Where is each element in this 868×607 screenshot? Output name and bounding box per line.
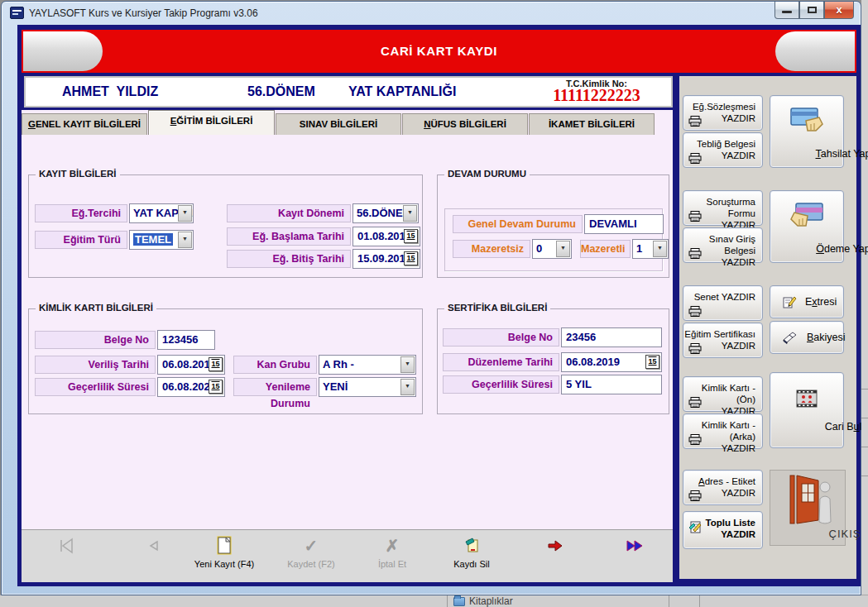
tab-egitim[interactable]: EĞİTİM BİLGİLERİ	[148, 110, 275, 135]
printer-icon	[688, 490, 702, 501]
group-title: KAYIT BİLGİLERİ	[36, 169, 120, 179]
dropdown-arrow-icon[interactable]	[653, 241, 667, 257]
gecerlilik-suresi-field[interactable]: 06.08.2023 15	[157, 377, 225, 397]
filmstrip-people-icon	[770, 390, 843, 408]
first-record-button[interactable]	[27, 534, 107, 557]
exit-door-icon	[770, 474, 845, 525]
student-name: AHMET YILDIZ	[62, 84, 158, 99]
kan-grubu-label: Kan Grubu	[233, 356, 317, 374]
print-sorusturma-formu-button[interactable]: Soruşturma Formu YAZDIR	[683, 190, 763, 226]
save-button[interactable]: ✓ Kaydet (F2)	[271, 534, 351, 569]
extresi-button[interactable]: Extresi	[770, 285, 844, 318]
printer-icon	[688, 397, 702, 408]
cancel-button[interactable]: ✗ İptal Et	[352, 534, 432, 569]
cancel-x-icon: ✗	[352, 534, 432, 557]
print-egitim-sertifikasi-button[interactable]: Eğitim Sertifikası YAZDIR	[683, 323, 763, 358]
cari-bul-button[interactable]: Cari Bul	[770, 372, 844, 448]
app-icon	[10, 7, 24, 19]
calendar-button[interactable]: 15	[404, 229, 418, 243]
maximize-button[interactable]	[799, 2, 824, 19]
exit-label: ÇIKIŞ	[808, 528, 868, 540]
minimize-button[interactable]	[774, 2, 799, 19]
duzenleme-tarihi-label: Düzenleme Tarihi	[443, 353, 559, 371]
explorer-libraries-item[interactable]: Kitaplıklar	[453, 595, 513, 607]
record-toolbar: Yeni Kayıt (F4) ✓ Kaydet (F2) ✗ İptal Et	[22, 529, 673, 582]
printer-icon	[688, 153, 702, 164]
print-adres-etiket-button[interactable]: Adres - Etiket YAZDIR	[683, 470, 763, 505]
first-record-icon	[27, 534, 107, 557]
print-sinav-giris-belgesi-button[interactable]: Sınav Giriş Belgesi YAZDIR	[683, 227, 763, 263]
dropdown-arrow-icon[interactable]	[178, 232, 192, 248]
calendar-button[interactable]: 15	[645, 355, 659, 369]
kimlik-belge-no-label: Belge No	[35, 331, 156, 349]
action-sidebar: Eğ.Sözleşmesi YAZDIR Tebliğ Belgesi YAZD…	[679, 76, 856, 579]
delete-record-button[interactable]: Kaydı Sil	[432, 534, 511, 569]
print-kimlik-arka-button[interactable]: Kimlik Kartı - (Arka) YAZDIR	[683, 413, 763, 449]
bitis-tarihi-field[interactable]: 15.09.2019 15	[352, 249, 420, 269]
genel-devam-input[interactable]: DEVAMLI	[584, 214, 664, 234]
dropdown-arrow-icon[interactable]	[556, 241, 570, 257]
tab-content-egitim: KAYIT BİLGİLERİ Eğ.Tercihi YAT KAPTANLIĞ…	[22, 135, 673, 529]
app-window: YAYLASOFT Kurs ve Kursiyer Takip Program…	[1, 1, 861, 595]
delete-record-icon	[432, 534, 511, 557]
previous-record-button[interactable]	[114, 534, 194, 557]
tahsilat-yap-button[interactable]: Tahsilat Yap	[770, 95, 844, 168]
tab-sinav[interactable]: SINAV BİLGİLERİ	[276, 113, 401, 135]
print-senet-button[interactable]: Senet YAZDIR	[683, 285, 763, 321]
print-eg-sozlesmesi-button[interactable]: Eğ.Sözleşmesi YAZDIR	[683, 95, 763, 131]
close-button[interactable]: x	[824, 2, 854, 19]
dropdown-arrow-icon[interactable]	[178, 205, 192, 222]
verilis-tarihi-field[interactable]: 06.08.2019 15	[157, 355, 225, 375]
duzenleme-tarihi-field[interactable]: 06.08.2019 15	[561, 352, 662, 372]
eg-tercihi-select[interactable]: YAT KAPTANLIĞI	[129, 203, 194, 223]
odeme-yap-button[interactable]: Ödeme Yap	[770, 190, 844, 263]
tc-id-value: 11111222223	[522, 88, 671, 103]
exit-button[interactable]: ÇIKIŞ	[770, 470, 846, 546]
printer-icon	[688, 116, 702, 127]
window-title: YAYLASOFT Kurs ve Kursiyer Takip Program…	[29, 7, 258, 19]
background-window-bottom-strip: Kitaplıklar	[0, 595, 868, 607]
dropdown-arrow-icon[interactable]	[400, 356, 415, 373]
yenileme-durumu-label: Yenileme Durumu	[233, 378, 317, 396]
egitim-turu-select[interactable]: TEMEL	[129, 230, 194, 250]
group-title: SERTİFİKA BİLGİLERİ	[444, 303, 550, 313]
record-header: AHMET YILDIZ 56.DÖNEM YAT KAPTANLIĞI T.C…	[24, 76, 673, 108]
group-title: KİMLİK KARTI BİLGİLERİ	[36, 303, 156, 313]
next-record-button[interactable]	[516, 534, 595, 557]
calendar-button[interactable]: 15	[209, 380, 223, 394]
dropdown-arrow-icon[interactable]	[403, 205, 417, 222]
folder-icon	[453, 597, 465, 606]
calendar-button[interactable]: 15	[404, 251, 418, 265]
kan-grubu-select[interactable]: A Rh -	[319, 355, 416, 375]
new-record-button[interactable]: Yeni Kayıt (F4)	[185, 534, 264, 569]
sertifika-gecerlilik-label: Geçerlilik Süresi	[443, 375, 559, 394]
tab-strip: GENEL KAYIT BİLGİLERİ EĞİTİM BİLGİLERİ S…	[22, 110, 673, 135]
group-sertifika: SERTİFİKA BİLGİLERİ Belge No 23456 Düzen…	[437, 308, 669, 414]
mazeretsiz-select[interactable]: 0	[532, 239, 572, 259]
last-record-button[interactable]	[596, 534, 675, 557]
baslama-tarihi-field[interactable]: 01.08.2019 15	[352, 227, 420, 246]
save-check-icon: ✓	[271, 534, 351, 557]
print-kimlik-on-button[interactable]: Kimlik Kartı - (Ön) YAZDIR	[683, 376, 763, 412]
book-icon	[782, 332, 798, 344]
sertifika-belge-no-input[interactable]: 23456	[561, 327, 662, 347]
mazeretli-select[interactable]: 1	[632, 239, 669, 259]
title-bar[interactable]: YAYLASOFT Kurs ve Kursiyer Takip Program…	[2, 2, 861, 25]
calendar-button[interactable]: 15	[209, 357, 223, 371]
group-devam-durumu: DEVAM DURUMU Genel Devam Durumu DEVAMLI …	[437, 174, 669, 278]
dropdown-arrow-icon[interactable]	[400, 379, 415, 395]
printer-icon	[688, 343, 702, 354]
tc-id-block: T.C.Kimlik No: 11111222223	[522, 79, 671, 103]
kayit-donemi-select[interactable]: 56.DÖNEM	[352, 203, 419, 223]
yenileme-durumu-select[interactable]: YENİ	[319, 377, 416, 397]
tab-nufus[interactable]: NÜFUS BİLGİLERİ	[402, 113, 528, 135]
bakiyesi-button[interactable]: Bakiyesi	[770, 321, 844, 354]
kimlik-belge-no-input[interactable]: 123456	[157, 330, 215, 350]
mazeretli-label: Mazeretli	[580, 240, 631, 258]
tab-ikamet[interactable]: İKAMET BİLGİLERİ	[529, 113, 655, 135]
sertifika-gecerlilik-input[interactable]: 5 YIL	[561, 375, 662, 394]
group-kayit-bilgileri: KAYIT BİLGİLERİ Eğ.Tercihi YAT KAPTANLIĞ…	[28, 174, 423, 278]
print-toplu-liste-button[interactable]: Toplu Liste YAZDIR	[683, 511, 763, 549]
print-teblig-belgesi-button[interactable]: Tebliğ Belgesi YAZDIR	[683, 132, 763, 168]
tab-genel-kayit[interactable]: GENEL KAYIT BİLGİLERİ	[22, 113, 147, 135]
